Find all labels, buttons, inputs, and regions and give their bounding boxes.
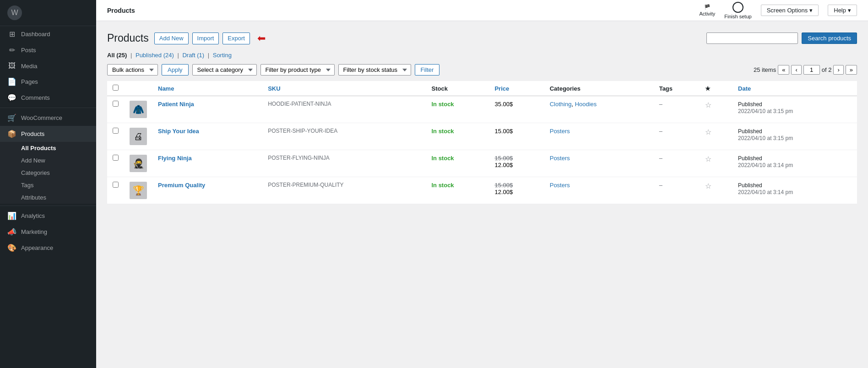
submenu-tags[interactable]: Tags [0,179,96,191]
woocommerce-icon: 🛒 [7,114,16,122]
screen-options-label: Screen Options [767,7,808,14]
product-featured: ☆ [700,123,732,150]
sidebar-item-label: Products [21,130,44,137]
submenu-all-products[interactable]: All Products [0,142,96,154]
product-tags: – [654,177,700,204]
sidebar-item-label: Media [21,63,37,70]
product-stock: In stock [426,96,489,123]
help-button[interactable]: Help ▾ [828,5,857,16]
sidebar-item-label: Marketing [21,228,47,235]
sidebar-item-dashboard[interactable]: ⊞ Dashboard [0,26,96,42]
pages-icon: 📄 [7,77,16,86]
sidebar-item-label: Comments [21,94,50,101]
finish-setup-button[interactable]: Finish setup [724,2,751,19]
sidebar-item-appearance[interactable]: 🎨 Appearance [0,240,96,256]
product-name-link[interactable]: Flying Ninja [158,155,192,162]
sidebar-item-label: Posts [21,47,36,54]
product-sku: POSTER-FLYING-NINJA [262,150,426,177]
product-image: 🖨 [130,128,147,145]
sidebar-item-products[interactable]: 📦 Products [0,126,96,142]
filter-bar: Bulk actions Apply Select a category Fil… [107,64,857,76]
products-submenu: All Products Add New Categories Tags Att… [0,142,96,204]
date-col-header[interactable]: Date [732,81,857,96]
select-all-checkbox[interactable] [113,85,119,91]
submenu-add-new[interactable]: Add New [0,154,96,167]
stock-status-select[interactable]: Filter by stock status [338,64,411,76]
row-checkbox[interactable] [113,182,119,188]
categories-col-header: Categories [544,81,654,96]
product-price: 35.00$ [489,96,544,123]
sublink-draft[interactable]: Draft (1) [182,52,204,59]
last-page-button[interactable]: » [846,65,857,75]
sale-price: 12.00$ [494,162,538,168]
category-link[interactable]: Clothing [550,101,572,108]
bulk-actions-select[interactable]: Bulk actions [107,64,158,76]
apply-button[interactable]: Apply [162,64,189,76]
sublink-all[interactable]: All (25) [107,52,127,59]
arrow-indicator: ⬅ [257,32,266,44]
category-link[interactable]: Posters [550,128,570,135]
sublink-published[interactable]: Published (24) [136,52,174,59]
media-icon: 🖼 [7,62,16,70]
search-products-button[interactable]: Search products [802,32,857,44]
product-tags: – [654,150,700,177]
prev-page-button[interactable]: ‹ [791,65,801,75]
category-link[interactable]: Posters [550,155,570,162]
flag-icon: 🏴 [704,4,711,10]
submenu-categories[interactable]: Categories [0,167,96,179]
product-name-link[interactable]: Patient Ninja [158,101,194,108]
sidebar-item-marketing[interactable]: 📣 Marketing [0,224,96,240]
row-checkbox[interactable] [113,128,119,134]
products-table: Name SKU Stock Price Categories Tags ★ D… [107,81,857,204]
sidebar-item-media[interactable]: 🖼 Media [0,58,96,74]
product-sku: POSTER-SHIP-YOUR-IDEA [262,123,426,150]
sublink-sorting[interactable]: Sorting [213,52,232,59]
sidebar-item-posts[interactable]: ✏ Posts [0,42,96,58]
analytics-icon: 📊 [7,211,16,220]
product-categories: Posters [544,150,654,177]
featured-star-button[interactable]: ☆ [705,182,711,190]
original-price: 15.00$ [494,182,538,189]
featured-star-button[interactable]: ☆ [705,101,711,109]
search-input[interactable] [706,32,798,44]
product-name-link[interactable]: Ship Your Idea [158,128,199,135]
category-link[interactable]: Hoodies [575,101,597,108]
import-button[interactable]: Import [192,32,219,44]
product-tags: – [654,96,700,123]
table-header: Name SKU Stock Price Categories Tags ★ D… [107,81,857,96]
submenu-attributes[interactable]: Attributes [0,191,96,204]
screen-options-button[interactable]: Screen Options ▾ [761,5,819,16]
product-categories: Posters [544,177,654,204]
sidebar-item-analytics[interactable]: 📊 Analytics [0,208,96,224]
product-name-link[interactable]: Premium Quality [158,182,205,189]
product-featured: ☆ [700,96,732,123]
product-type-select[interactable]: Filter by product type [260,64,335,76]
page-header-left: Products Add New Import Export ⬅ [107,32,266,44]
next-page-button[interactable]: › [833,65,843,75]
content-area: Products Add New Import Export ⬅ Search … [96,21,868,368]
row-checkbox[interactable] [113,155,119,161]
sidebar-item-comments[interactable]: 💬 Comments [0,90,96,106]
featured-star-button[interactable]: ☆ [705,128,711,136]
sidebar-divider-2 [0,206,96,206]
price-col-header[interactable]: Price [489,81,544,96]
filter-button[interactable]: Filter [415,64,440,76]
row-checkbox[interactable] [113,101,119,107]
sku-col-header[interactable]: SKU [262,81,426,96]
sidebar-item-pages[interactable]: 📄 Pages [0,74,96,90]
category-link[interactable]: Posters [550,182,570,189]
sidebar-item-label: Appearance [21,244,53,251]
featured-star-button[interactable]: ☆ [705,155,711,163]
first-page-button[interactable]: « [778,65,789,75]
product-stock: In stock [426,177,489,204]
sidebar-item-label: Dashboard [21,31,50,38]
export-button[interactable]: Export [222,32,250,44]
name-col-header[interactable]: Name [152,81,262,96]
page-number-input[interactable] [803,65,820,75]
product-image: 🥷 [130,155,147,172]
category-select[interactable]: Select a category [192,64,257,76]
sidebar-item-woocommerce[interactable]: 🛒 WooCommerce [0,110,96,126]
stock-col-header: Stock [426,81,489,96]
activity-button[interactable]: 🏴 Activity [699,4,715,16]
add-new-button[interactable]: Add New [154,32,189,44]
